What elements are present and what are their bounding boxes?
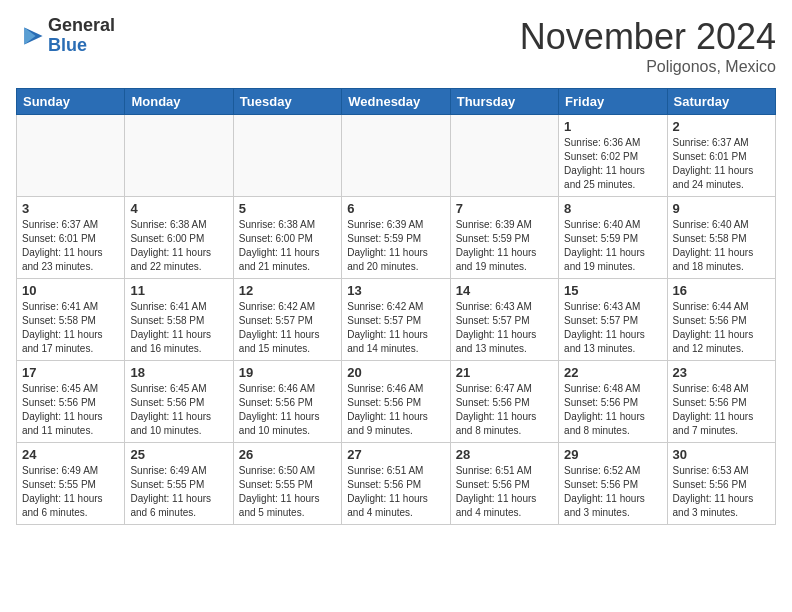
weekday-header-tuesday: Tuesday [233,89,341,115]
day-info: Sunrise: 6:40 AMSunset: 5:58 PMDaylight:… [673,218,770,274]
day-number: 19 [239,365,336,380]
day-number: 1 [564,119,661,134]
calendar-cell: 24Sunrise: 6:49 AMSunset: 5:55 PMDayligh… [17,443,125,525]
day-info: Sunrise: 6:40 AMSunset: 5:59 PMDaylight:… [564,218,661,274]
day-info: Sunrise: 6:44 AMSunset: 5:56 PMDaylight:… [673,300,770,356]
calendar-cell: 22Sunrise: 6:48 AMSunset: 5:56 PMDayligh… [559,361,667,443]
weekday-header-monday: Monday [125,89,233,115]
calendar-cell: 25Sunrise: 6:49 AMSunset: 5:55 PMDayligh… [125,443,233,525]
calendar-week-2: 3Sunrise: 6:37 AMSunset: 6:01 PMDaylight… [17,197,776,279]
day-info: Sunrise: 6:37 AMSunset: 6:01 PMDaylight:… [22,218,119,274]
day-number: 8 [564,201,661,216]
day-number: 5 [239,201,336,216]
calendar-cell: 30Sunrise: 6:53 AMSunset: 5:56 PMDayligh… [667,443,775,525]
day-info: Sunrise: 6:52 AMSunset: 5:56 PMDaylight:… [564,464,661,520]
day-number: 13 [347,283,444,298]
day-number: 2 [673,119,770,134]
logo-general-text: General [48,16,115,36]
calendar-cell: 9Sunrise: 6:40 AMSunset: 5:58 PMDaylight… [667,197,775,279]
day-info: Sunrise: 6:50 AMSunset: 5:55 PMDaylight:… [239,464,336,520]
day-info: Sunrise: 6:45 AMSunset: 5:56 PMDaylight:… [22,382,119,438]
logo-icon [16,22,44,50]
calendar-cell [450,115,558,197]
day-info: Sunrise: 6:49 AMSunset: 5:55 PMDaylight:… [130,464,227,520]
day-number: 9 [673,201,770,216]
day-info: Sunrise: 6:38 AMSunset: 6:00 PMDaylight:… [239,218,336,274]
day-number: 24 [22,447,119,462]
calendar-cell: 18Sunrise: 6:45 AMSunset: 5:56 PMDayligh… [125,361,233,443]
logo-text: General Blue [48,16,115,56]
day-number: 18 [130,365,227,380]
weekday-header-wednesday: Wednesday [342,89,450,115]
calendar-cell: 29Sunrise: 6:52 AMSunset: 5:56 PMDayligh… [559,443,667,525]
calendar-cell: 26Sunrise: 6:50 AMSunset: 5:55 PMDayligh… [233,443,341,525]
title-block: November 2024 Poligonos, Mexico [520,16,776,76]
calendar-cell: 14Sunrise: 6:43 AMSunset: 5:57 PMDayligh… [450,279,558,361]
calendar-cell: 13Sunrise: 6:42 AMSunset: 5:57 PMDayligh… [342,279,450,361]
day-number: 3 [22,201,119,216]
day-info: Sunrise: 6:51 AMSunset: 5:56 PMDaylight:… [456,464,553,520]
weekday-header-sunday: Sunday [17,89,125,115]
calendar-cell: 1Sunrise: 6:36 AMSunset: 6:02 PMDaylight… [559,115,667,197]
calendar-cell: 20Sunrise: 6:46 AMSunset: 5:56 PMDayligh… [342,361,450,443]
calendar-week-4: 17Sunrise: 6:45 AMSunset: 5:56 PMDayligh… [17,361,776,443]
calendar-cell: 8Sunrise: 6:40 AMSunset: 5:59 PMDaylight… [559,197,667,279]
day-number: 26 [239,447,336,462]
day-info: Sunrise: 6:53 AMSunset: 5:56 PMDaylight:… [673,464,770,520]
calendar-cell: 10Sunrise: 6:41 AMSunset: 5:58 PMDayligh… [17,279,125,361]
calendar-cell: 23Sunrise: 6:48 AMSunset: 5:56 PMDayligh… [667,361,775,443]
weekday-header-saturday: Saturday [667,89,775,115]
calendar-cell: 28Sunrise: 6:51 AMSunset: 5:56 PMDayligh… [450,443,558,525]
day-info: Sunrise: 6:37 AMSunset: 6:01 PMDaylight:… [673,136,770,192]
day-number: 16 [673,283,770,298]
logo: General Blue [16,16,115,56]
calendar-cell: 12Sunrise: 6:42 AMSunset: 5:57 PMDayligh… [233,279,341,361]
day-number: 6 [347,201,444,216]
month-title: November 2024 [520,16,776,58]
day-number: 14 [456,283,553,298]
day-number: 22 [564,365,661,380]
calendar-table: SundayMondayTuesdayWednesdayThursdayFrid… [16,88,776,525]
calendar-cell [233,115,341,197]
day-info: Sunrise: 6:42 AMSunset: 5:57 PMDaylight:… [239,300,336,356]
day-number: 23 [673,365,770,380]
day-number: 10 [22,283,119,298]
day-info: Sunrise: 6:36 AMSunset: 6:02 PMDaylight:… [564,136,661,192]
day-info: Sunrise: 6:47 AMSunset: 5:56 PMDaylight:… [456,382,553,438]
location-subtitle: Poligonos, Mexico [520,58,776,76]
calendar-cell [125,115,233,197]
day-number: 25 [130,447,227,462]
calendar-cell: 11Sunrise: 6:41 AMSunset: 5:58 PMDayligh… [125,279,233,361]
calendar-cell: 21Sunrise: 6:47 AMSunset: 5:56 PMDayligh… [450,361,558,443]
day-number: 27 [347,447,444,462]
day-number: 20 [347,365,444,380]
calendar-cell: 27Sunrise: 6:51 AMSunset: 5:56 PMDayligh… [342,443,450,525]
calendar-cell: 2Sunrise: 6:37 AMSunset: 6:01 PMDaylight… [667,115,775,197]
day-number: 11 [130,283,227,298]
calendar-cell: 19Sunrise: 6:46 AMSunset: 5:56 PMDayligh… [233,361,341,443]
calendar-cell: 3Sunrise: 6:37 AMSunset: 6:01 PMDaylight… [17,197,125,279]
calendar-cell: 5Sunrise: 6:38 AMSunset: 6:00 PMDaylight… [233,197,341,279]
day-info: Sunrise: 6:43 AMSunset: 5:57 PMDaylight:… [564,300,661,356]
calendar-header-row: SundayMondayTuesdayWednesdayThursdayFrid… [17,89,776,115]
calendar-cell: 6Sunrise: 6:39 AMSunset: 5:59 PMDaylight… [342,197,450,279]
day-number: 7 [456,201,553,216]
day-info: Sunrise: 6:48 AMSunset: 5:56 PMDaylight:… [564,382,661,438]
calendar-week-1: 1Sunrise: 6:36 AMSunset: 6:02 PMDaylight… [17,115,776,197]
day-number: 30 [673,447,770,462]
day-info: Sunrise: 6:46 AMSunset: 5:56 PMDaylight:… [347,382,444,438]
day-number: 21 [456,365,553,380]
calendar-cell [342,115,450,197]
calendar-cell [17,115,125,197]
day-info: Sunrise: 6:49 AMSunset: 5:55 PMDaylight:… [22,464,119,520]
calendar-cell: 15Sunrise: 6:43 AMSunset: 5:57 PMDayligh… [559,279,667,361]
day-number: 4 [130,201,227,216]
day-info: Sunrise: 6:39 AMSunset: 5:59 PMDaylight:… [347,218,444,274]
day-info: Sunrise: 6:42 AMSunset: 5:57 PMDaylight:… [347,300,444,356]
svg-marker-1 [24,27,35,44]
day-info: Sunrise: 6:41 AMSunset: 5:58 PMDaylight:… [22,300,119,356]
day-number: 28 [456,447,553,462]
calendar-week-5: 24Sunrise: 6:49 AMSunset: 5:55 PMDayligh… [17,443,776,525]
day-number: 12 [239,283,336,298]
weekday-header-thursday: Thursday [450,89,558,115]
